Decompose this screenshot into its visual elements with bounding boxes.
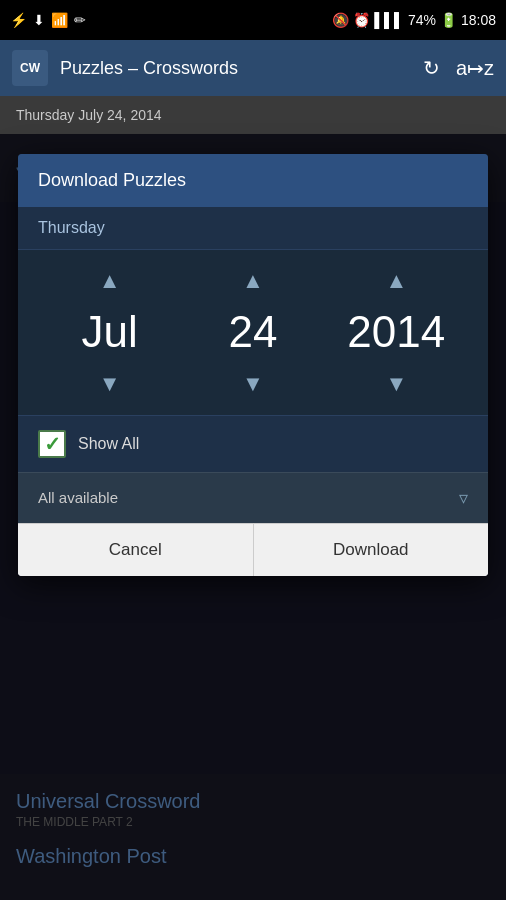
mute-icon: 🔕	[332, 12, 349, 28]
battery-percentage: 74%	[408, 12, 436, 28]
year-up-button[interactable]: ▲	[361, 266, 431, 296]
app-icon: CW	[12, 50, 48, 86]
all-available-label: All available	[38, 489, 118, 506]
show-all-row[interactable]: ✓ Show All	[18, 415, 488, 472]
usb-icon: ⚡	[10, 12, 27, 28]
cancel-button[interactable]: Cancel	[18, 524, 254, 576]
app-title: Puzzles – Crosswords	[60, 58, 411, 79]
up-arrows-row: ▲ ▲ ▲	[18, 260, 488, 302]
all-available-row[interactable]: All available ▿	[18, 472, 488, 523]
year-down-button[interactable]: ▼	[361, 369, 431, 399]
date-picker: ▲ ▲ ▲ Jul 24 2014 ▼	[18, 250, 488, 415]
dialog-buttons: Cancel Download	[18, 523, 488, 576]
scroll-indicator-icon: ▿	[459, 487, 468, 509]
show-all-label: Show All	[78, 435, 139, 453]
dialog-header: Download Puzzles	[18, 154, 488, 207]
edit-icon: ✏	[74, 12, 86, 28]
year-value: 2014	[336, 306, 456, 359]
dialog-title: Download Puzzles	[38, 170, 186, 190]
checkmark-icon: ✓	[44, 432, 61, 456]
title-actions: ↻ a↦z	[423, 56, 494, 80]
day-label: Thursday	[18, 207, 488, 250]
day-col: ▲	[193, 266, 313, 296]
day-up-button[interactable]: ▲	[218, 266, 288, 296]
status-bar: ⚡ ⬇ 📶 ✏ 🔕 ⏰ ▌▌▌ 74% 🔋 18:08	[0, 0, 506, 40]
wifi-icon: 📶	[51, 12, 68, 28]
down-arrows-row: ▼ ▼ ▼	[18, 363, 488, 405]
values-row: Jul 24 2014	[18, 302, 488, 363]
signal-bars-icon: ▌▌▌	[374, 12, 404, 28]
dialog-overlay: Download Puzzles Thursday ▲ ▲ ▲ J	[0, 134, 506, 900]
day-value: 24	[193, 306, 313, 359]
month-up-button[interactable]: ▲	[75, 266, 145, 296]
month-col-down: ▼	[50, 369, 170, 399]
current-date: Thursday July 24, 2014	[16, 107, 162, 123]
month-value: Jul	[50, 306, 170, 359]
day-col-down: ▼	[193, 369, 313, 399]
year-col-down: ▼	[336, 369, 456, 399]
month-col: ▲	[50, 266, 170, 296]
battery-icon: 🔋	[440, 12, 457, 28]
month-down-button[interactable]: ▼	[75, 369, 145, 399]
download-dialog: Download Puzzles Thursday ▲ ▲ ▲ J	[18, 154, 488, 576]
title-bar: CW Puzzles – Crosswords ↻ a↦z	[0, 40, 506, 96]
sort-icon[interactable]: a↦z	[456, 56, 494, 80]
download-icon: ⬇	[33, 12, 45, 28]
day-down-button[interactable]: ▼	[218, 369, 288, 399]
refresh-icon[interactable]: ↻	[423, 56, 440, 80]
download-button[interactable]: Download	[254, 524, 489, 576]
year-col: ▲	[336, 266, 456, 296]
status-icons-left: ⚡ ⬇ 📶 ✏	[10, 12, 86, 28]
show-all-checkbox[interactable]: ✓	[38, 430, 66, 458]
date-bar: Thursday July 24, 2014	[0, 96, 506, 134]
clock: 18:08	[461, 12, 496, 28]
status-icons-right: 🔕 ⏰ ▌▌▌ 74% 🔋 18:08	[332, 12, 496, 28]
alarm-icon: ⏰	[353, 12, 370, 28]
